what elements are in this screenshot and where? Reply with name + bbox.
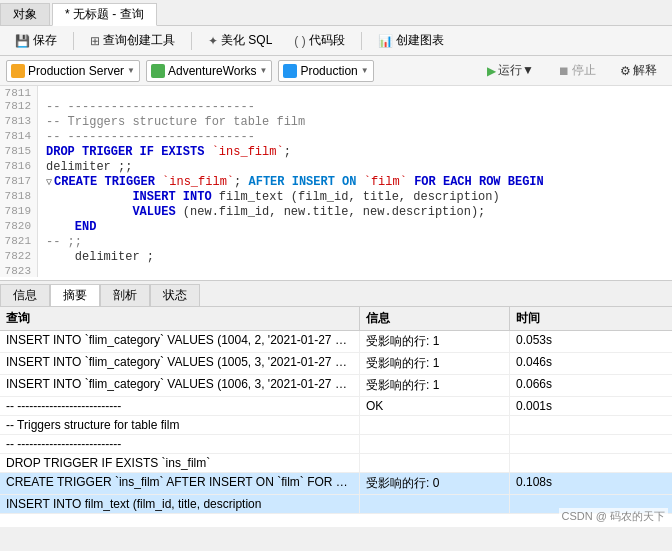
create-chart-button[interactable]: 📊 创建图表 (369, 29, 453, 52)
tab-objects[interactable]: 对象 (0, 3, 50, 25)
result-row-2[interactable]: INSERT INTO `flim_category` VALUES (1006… (0, 375, 672, 397)
tab-query-label: * 无标题 - 查询 (65, 6, 144, 23)
schema-select[interactable]: Production ▼ (278, 60, 373, 82)
result-time-7: 0.108s (510, 473, 570, 494)
result-row-3[interactable]: -- -------------------------- OK 0.001s (0, 397, 672, 416)
stop-button[interactable]: ⏹ 停止 (549, 59, 605, 82)
result-query-2: INSERT INTO `flim_category` VALUES (1006… (0, 375, 360, 396)
btab-profile[interactable]: 剖析 (100, 284, 150, 306)
code-line-7813: 7813 -- Triggers structure for table fil… (0, 114, 672, 129)
result-info-6 (360, 454, 510, 472)
save-label: 保存 (33, 32, 57, 49)
result-row-7[interactable]: CREATE TRIGGER `ins_film` AFTER INSERT O… (0, 473, 672, 495)
result-query-4: -- Triggers structure for table film (0, 416, 360, 434)
result-row-4[interactable]: -- Triggers structure for table film (0, 416, 672, 435)
server-arrow: ▼ (127, 66, 135, 75)
result-query-8: INSERT INTO film_text (film_id, title, d… (0, 495, 360, 513)
conn-bar: Production Server ▼ AdventureWorks ▼ Pro… (0, 56, 672, 86)
result-info-7: 受影响的行: 0 (360, 473, 510, 494)
code-icon: ( ) (294, 34, 305, 48)
result-query-3: -- -------------------------- (0, 397, 360, 415)
result-time-4 (510, 416, 570, 434)
server-icon (11, 64, 25, 78)
bottom-tabs: 信息 摘要 剖析 状态 (0, 281, 672, 307)
code-line-7812: 7812 -- -------------------------- (0, 99, 672, 114)
result-time-1: 0.046s (510, 353, 570, 374)
run-label: 运行▼ (498, 62, 534, 79)
code-line-7821: 7821 -- ;; (0, 234, 672, 249)
code-segment-button[interactable]: ( ) 代码段 (285, 29, 353, 52)
btab-info[interactable]: 信息 (0, 284, 50, 306)
result-row-1[interactable]: INSERT INTO `flim_category` VALUES (1005… (0, 353, 672, 375)
col-time-header: 时间 (510, 307, 570, 330)
sep2 (191, 32, 192, 50)
create-chart-label: 创建图表 (396, 32, 444, 49)
beautify-icon: ✦ (208, 34, 218, 48)
code-line-7815: 7815 DROP TRIGGER IF EXISTS `ins_film`; (0, 144, 672, 159)
btab-info-label: 信息 (13, 287, 37, 304)
result-query-0: INSERT INTO `flim_category` VALUES (1004… (0, 331, 360, 352)
code-line-7811: 7811 (0, 86, 672, 99)
sep1 (73, 32, 74, 50)
table-icon: ⊞ (90, 34, 100, 48)
col-query-header: 查询 (0, 307, 360, 330)
result-info-1: 受影响的行: 1 (360, 353, 510, 374)
results-header: 查询 信息 时间 (0, 307, 672, 331)
database-arrow: ▼ (259, 66, 267, 75)
server-select[interactable]: Production Server ▼ (6, 60, 140, 82)
result-info-0: 受影响的行: 1 (360, 331, 510, 352)
result-time-3: 0.001s (510, 397, 570, 415)
run-icon: ▶ (487, 64, 496, 78)
schema-arrow: ▼ (361, 66, 369, 75)
code-line-7822: 7822 delimiter ; (0, 249, 672, 264)
database-icon (151, 64, 165, 78)
result-info-8 (360, 495, 510, 513)
code-lines: 7811 7812 -- -------------------------- … (0, 86, 672, 277)
run-button[interactable]: ▶ 运行▼ (478, 59, 543, 82)
btab-summary[interactable]: 摘要 (50, 284, 100, 306)
result-time-2: 0.066s (510, 375, 570, 396)
code-line-7817: 7817 ▽CREATE TRIGGER `ins_film`; AFTER I… (0, 174, 672, 189)
result-row-0[interactable]: INSERT INTO `flim_category` VALUES (1004… (0, 331, 672, 353)
toolbar: 💾 保存 ⊞ 查询创建工具 ✦ 美化 SQL ( ) 代码段 📊 创建图表 (0, 26, 672, 56)
code-line-7814: 7814 -- -------------------------- (0, 129, 672, 144)
database-label: AdventureWorks (168, 64, 256, 78)
code-line-7818: 7818 INSERT INTO film_text (film_id, tit… (0, 189, 672, 204)
tab-query[interactable]: * 无标题 - 查询 (52, 3, 157, 26)
explain-label: 解释 (633, 62, 657, 79)
code-line-7816: 7816 delimiter ;; (0, 159, 672, 174)
beautify-button[interactable]: ✦ 美化 SQL (199, 29, 281, 52)
result-time-5 (510, 435, 570, 453)
result-row-5[interactable]: -- -------------------------- (0, 435, 672, 454)
result-query-7: CREATE TRIGGER `ins_film` AFTER INSERT O… (0, 473, 360, 494)
result-info-4 (360, 416, 510, 434)
save-button[interactable]: 💾 保存 (6, 29, 66, 52)
btab-status[interactable]: 状态 (150, 284, 200, 306)
results-area: 查询 信息 时间 INSERT INTO `flim_category` VAL… (0, 307, 672, 527)
stop-label: 停止 (572, 62, 596, 79)
result-time-6 (510, 454, 570, 472)
result-info-2: 受影响的行: 1 (360, 375, 510, 396)
result-time-0: 0.053s (510, 331, 570, 352)
btab-summary-label: 摘要 (63, 287, 87, 304)
server-label: Production Server (28, 64, 124, 78)
code-line-7820: 7820 END (0, 219, 672, 234)
query-create-button[interactable]: ⊞ 查询创建工具 (81, 29, 184, 52)
explain-icon: ⚙ (620, 64, 631, 78)
explain-button[interactable]: ⚙ 解释 (611, 59, 666, 82)
code-editor[interactable]: 7811 7812 -- -------------------------- … (0, 86, 672, 281)
query-create-label: 查询创建工具 (103, 32, 175, 49)
tab-objects-label: 对象 (13, 6, 37, 23)
tabs-bar: 对象 * 无标题 - 查询 (0, 0, 672, 26)
sep3 (361, 32, 362, 50)
result-info-3: OK (360, 397, 510, 415)
code-segment-label: 代码段 (309, 32, 345, 49)
btab-profile-label: 剖析 (113, 287, 137, 304)
stop-icon: ⏹ (558, 64, 570, 78)
watermark: CSDN @ 码农的天下 (559, 508, 668, 525)
schema-icon (283, 64, 297, 78)
result-row-6[interactable]: DROP TRIGGER IF EXISTS `ins_film` (0, 454, 672, 473)
database-select[interactable]: AdventureWorks ▼ (146, 60, 272, 82)
result-query-1: INSERT INTO `flim_category` VALUES (1005… (0, 353, 360, 374)
btab-status-label: 状态 (163, 287, 187, 304)
